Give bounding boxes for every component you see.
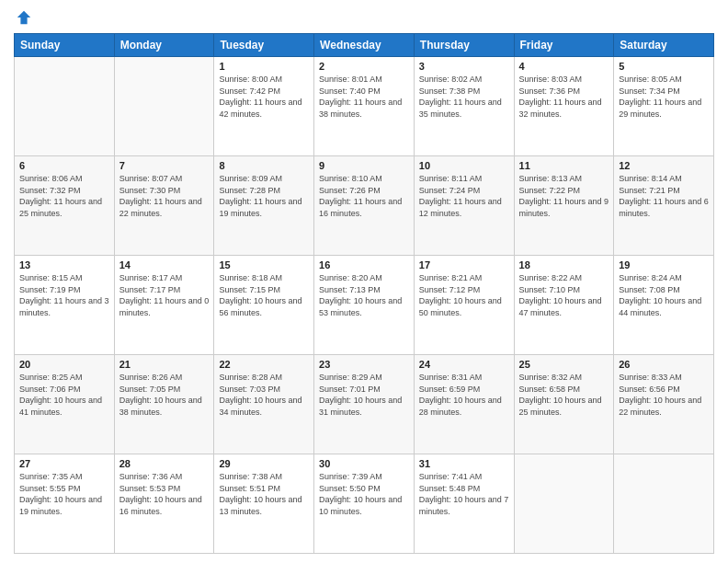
day-number: 4 bbox=[519, 61, 609, 72]
svg-marker-0 bbox=[17, 11, 30, 24]
calendar-cell: 24Sunrise: 8:31 AMSunset: 6:59 PMDayligh… bbox=[414, 355, 514, 454]
day-info: Sunrise: 8:02 AMSunset: 7:38 PMDaylight:… bbox=[419, 74, 509, 120]
day-number: 23 bbox=[319, 359, 409, 370]
day-number: 22 bbox=[219, 359, 309, 370]
day-info: Sunrise: 7:36 AMSunset: 5:53 PMDaylight:… bbox=[119, 471, 210, 517]
calendar-cell: 14Sunrise: 8:17 AMSunset: 7:17 PMDayligh… bbox=[114, 256, 214, 355]
calendar-cell: 26Sunrise: 8:33 AMSunset: 6:56 PMDayligh… bbox=[614, 355, 714, 454]
day-number: 27 bbox=[19, 458, 109, 469]
day-number: 10 bbox=[419, 160, 509, 171]
day-info: Sunrise: 8:10 AMSunset: 7:26 PMDaylight:… bbox=[319, 173, 409, 219]
calendar-cell: 3Sunrise: 8:02 AMSunset: 7:38 PMDaylight… bbox=[414, 57, 514, 156]
day-number: 29 bbox=[219, 458, 309, 469]
calendar-cell: 23Sunrise: 8:29 AMSunset: 7:01 PMDayligh… bbox=[314, 355, 415, 454]
day-info: Sunrise: 8:21 AMSunset: 7:12 PMDaylight:… bbox=[419, 272, 509, 318]
day-number: 7 bbox=[119, 160, 210, 171]
day-number: 9 bbox=[319, 160, 409, 171]
day-info: Sunrise: 8:15 AMSunset: 7:19 PMDaylight:… bbox=[19, 272, 109, 318]
calendar-cell: 10Sunrise: 8:11 AMSunset: 7:24 PMDayligh… bbox=[414, 156, 514, 256]
day-number: 5 bbox=[619, 61, 709, 72]
day-info: Sunrise: 8:29 AMSunset: 7:01 PMDaylight:… bbox=[319, 372, 409, 418]
day-info: Sunrise: 8:03 AMSunset: 7:36 PMDaylight:… bbox=[519, 74, 609, 120]
week-row-5: 27Sunrise: 7:35 AMSunset: 5:55 PMDayligh… bbox=[15, 454, 714, 554]
calendar-page: SundayMondayTuesdayWednesdayThursdayFrid… bbox=[0, 0, 728, 563]
calendar-cell: 31Sunrise: 7:41 AMSunset: 5:48 PMDayligh… bbox=[414, 454, 514, 554]
week-row-4: 20Sunrise: 8:25 AMSunset: 7:06 PMDayligh… bbox=[15, 355, 714, 454]
day-info: Sunrise: 8:20 AMSunset: 7:13 PMDaylight:… bbox=[319, 272, 409, 318]
day-number: 3 bbox=[419, 61, 509, 72]
day-number: 21 bbox=[119, 359, 210, 370]
calendar-cell bbox=[514, 454, 614, 554]
calendar-cell: 30Sunrise: 7:39 AMSunset: 5:50 PMDayligh… bbox=[314, 454, 415, 554]
calendar-cell: 11Sunrise: 8:13 AMSunset: 7:22 PMDayligh… bbox=[514, 156, 614, 256]
day-info: Sunrise: 8:11 AMSunset: 7:24 PMDaylight:… bbox=[419, 173, 509, 219]
day-number: 2 bbox=[319, 61, 409, 72]
day-info: Sunrise: 8:33 AMSunset: 6:56 PMDaylight:… bbox=[619, 372, 709, 418]
calendar-cell: 27Sunrise: 7:35 AMSunset: 5:55 PMDayligh… bbox=[15, 454, 115, 554]
day-header-saturday: Saturday bbox=[614, 34, 714, 57]
day-number: 24 bbox=[419, 359, 509, 370]
day-number: 20 bbox=[19, 359, 109, 370]
week-row-1: 1Sunrise: 8:00 AMSunset: 7:42 PMDaylight… bbox=[15, 57, 714, 156]
day-number: 6 bbox=[19, 160, 109, 171]
header bbox=[14, 9, 714, 26]
day-number: 13 bbox=[19, 259, 109, 270]
calendar-cell: 4Sunrise: 8:03 AMSunset: 7:36 PMDaylight… bbox=[514, 57, 614, 156]
day-info: Sunrise: 7:39 AMSunset: 5:50 PMDaylight:… bbox=[319, 471, 409, 517]
day-info: Sunrise: 7:35 AMSunset: 5:55 PMDaylight:… bbox=[19, 471, 109, 517]
calendar-cell: 29Sunrise: 7:38 AMSunset: 5:51 PMDayligh… bbox=[214, 454, 314, 554]
calendar-cell: 6Sunrise: 8:06 AMSunset: 7:32 PMDaylight… bbox=[15, 156, 115, 256]
calendar-cell bbox=[114, 57, 214, 156]
calendar-cell: 9Sunrise: 8:10 AMSunset: 7:26 PMDaylight… bbox=[314, 156, 415, 256]
day-number: 18 bbox=[519, 259, 609, 270]
day-number: 25 bbox=[519, 359, 609, 370]
day-number: 15 bbox=[219, 259, 309, 270]
day-info: Sunrise: 8:26 AMSunset: 7:05 PMDaylight:… bbox=[119, 372, 210, 418]
day-header-thursday: Thursday bbox=[414, 34, 514, 57]
day-number: 11 bbox=[519, 160, 609, 171]
calendar-cell: 25Sunrise: 8:32 AMSunset: 6:58 PMDayligh… bbox=[514, 355, 614, 454]
calendar-cell bbox=[15, 57, 115, 156]
calendar-cell bbox=[614, 454, 714, 554]
calendar-cell: 16Sunrise: 8:20 AMSunset: 7:13 PMDayligh… bbox=[314, 256, 415, 355]
day-info: Sunrise: 7:41 AMSunset: 5:48 PMDaylight:… bbox=[419, 471, 509, 517]
day-number: 17 bbox=[419, 259, 509, 270]
day-header-monday: Monday bbox=[114, 34, 214, 57]
calendar-cell: 21Sunrise: 8:26 AMSunset: 7:05 PMDayligh… bbox=[114, 355, 214, 454]
day-number: 30 bbox=[319, 458, 409, 469]
calendar-cell: 20Sunrise: 8:25 AMSunset: 7:06 PMDayligh… bbox=[15, 355, 115, 454]
day-info: Sunrise: 8:05 AMSunset: 7:34 PMDaylight:… bbox=[619, 74, 709, 120]
day-number: 31 bbox=[419, 458, 509, 469]
day-info: Sunrise: 8:00 AMSunset: 7:42 PMDaylight:… bbox=[219, 74, 309, 120]
day-number: 26 bbox=[619, 359, 709, 370]
calendar-cell: 17Sunrise: 8:21 AMSunset: 7:12 PMDayligh… bbox=[414, 256, 514, 355]
logo bbox=[14, 9, 32, 26]
day-number: 16 bbox=[319, 259, 409, 270]
header-row: SundayMondayTuesdayWednesdayThursdayFrid… bbox=[15, 34, 714, 57]
day-header-sunday: Sunday bbox=[15, 34, 115, 57]
day-number: 28 bbox=[119, 458, 210, 469]
calendar-cell: 12Sunrise: 8:14 AMSunset: 7:21 PMDayligh… bbox=[614, 156, 714, 256]
day-info: Sunrise: 8:31 AMSunset: 6:59 PMDaylight:… bbox=[419, 372, 509, 418]
day-info: Sunrise: 7:38 AMSunset: 5:51 PMDaylight:… bbox=[219, 471, 309, 517]
week-row-2: 6Sunrise: 8:06 AMSunset: 7:32 PMDaylight… bbox=[15, 156, 714, 256]
calendar-cell: 8Sunrise: 8:09 AMSunset: 7:28 PMDaylight… bbox=[214, 156, 314, 256]
day-number: 14 bbox=[119, 259, 210, 270]
day-info: Sunrise: 8:09 AMSunset: 7:28 PMDaylight:… bbox=[219, 173, 309, 219]
day-info: Sunrise: 8:06 AMSunset: 7:32 PMDaylight:… bbox=[19, 173, 109, 219]
calendar-cell: 7Sunrise: 8:07 AMSunset: 7:30 PMDaylight… bbox=[114, 156, 214, 256]
day-info: Sunrise: 8:17 AMSunset: 7:17 PMDaylight:… bbox=[119, 272, 210, 318]
week-row-3: 13Sunrise: 8:15 AMSunset: 7:19 PMDayligh… bbox=[15, 256, 714, 355]
day-info: Sunrise: 8:01 AMSunset: 7:40 PMDaylight:… bbox=[319, 74, 409, 120]
calendar-cell: 13Sunrise: 8:15 AMSunset: 7:19 PMDayligh… bbox=[15, 256, 115, 355]
calendar-cell: 15Sunrise: 8:18 AMSunset: 7:15 PMDayligh… bbox=[214, 256, 314, 355]
calendar-cell: 1Sunrise: 8:00 AMSunset: 7:42 PMDaylight… bbox=[214, 57, 314, 156]
calendar-cell: 22Sunrise: 8:28 AMSunset: 7:03 PMDayligh… bbox=[214, 355, 314, 454]
day-info: Sunrise: 8:22 AMSunset: 7:10 PMDaylight:… bbox=[519, 272, 609, 318]
day-number: 19 bbox=[619, 259, 709, 270]
calendar-cell: 18Sunrise: 8:22 AMSunset: 7:10 PMDayligh… bbox=[514, 256, 614, 355]
calendar-table: SundayMondayTuesdayWednesdayThursdayFrid… bbox=[14, 33, 714, 554]
day-number: 1 bbox=[219, 61, 309, 72]
day-header-wednesday: Wednesday bbox=[314, 34, 415, 57]
day-header-tuesday: Tuesday bbox=[214, 34, 314, 57]
